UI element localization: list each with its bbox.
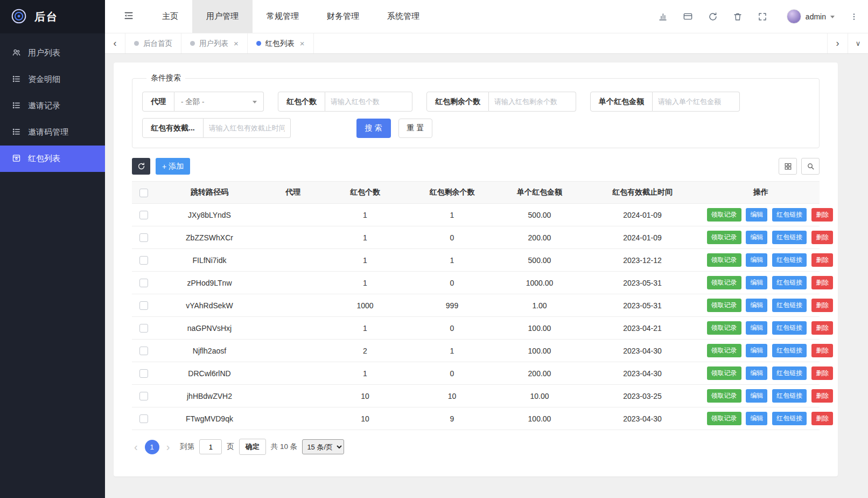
row-checkbox[interactable] bbox=[139, 392, 148, 400]
agent-select[interactable]: - 全部 - bbox=[174, 92, 264, 112]
tab-red-packet-list[interactable]: 红包列表 × bbox=[248, 33, 314, 53]
nav-item-finance-management[interactable]: 财务管理 bbox=[313, 0, 373, 33]
packet-link-button[interactable]: 红包链接 bbox=[772, 208, 807, 222]
delete-button[interactable]: 删除 bbox=[811, 412, 833, 425]
delete-button[interactable]: 删除 bbox=[811, 366, 833, 380]
row-checkbox[interactable] bbox=[139, 233, 148, 242]
packet-deadline-input[interactable] bbox=[204, 118, 291, 138]
goto-page-input[interactable] bbox=[199, 439, 222, 454]
nav-item-general-management[interactable]: 常规管理 bbox=[253, 0, 313, 33]
tabs-scroll-right-button[interactable]: › bbox=[827, 33, 848, 53]
delete-button[interactable]: 删除 bbox=[811, 344, 833, 357]
claim-records-button[interactable]: 领取记录 bbox=[707, 321, 741, 335]
refresh-icon[interactable] bbox=[708, 12, 718, 22]
tab-close-icon[interactable]: × bbox=[234, 39, 239, 48]
chart-icon[interactable] bbox=[658, 12, 668, 22]
tab-user-list[interactable]: 用户列表 × bbox=[181, 33, 248, 53]
header-deadline: 红包有效截止时间 bbox=[583, 182, 702, 204]
trash-icon[interactable] bbox=[733, 12, 743, 22]
row-checkbox[interactable] bbox=[139, 256, 148, 265]
goto-confirm-button[interactable]: 确定 bbox=[239, 439, 266, 455]
claim-records-button[interactable]: 领取记录 bbox=[707, 253, 741, 267]
delete-button[interactable]: 删除 bbox=[811, 321, 833, 335]
tabs-menu-button[interactable]: ∨ bbox=[848, 33, 868, 53]
sidebar-item-user-list[interactable]: 用户列表 bbox=[0, 40, 105, 66]
add-button[interactable]: + 添加 bbox=[156, 158, 190, 175]
claim-records-button[interactable]: 领取记录 bbox=[707, 344, 741, 357]
nav-item-system-management[interactable]: 系统管理 bbox=[373, 0, 433, 33]
claim-records-button[interactable]: 领取记录 bbox=[707, 231, 741, 244]
row-checkbox[interactable] bbox=[139, 347, 148, 355]
total-count-label: 共 10 条 bbox=[271, 442, 298, 452]
per-page-select[interactable]: 15 条/页 bbox=[302, 439, 344, 454]
delete-button[interactable]: 删除 bbox=[811, 389, 833, 403]
packet-link-button[interactable]: 红包链接 bbox=[772, 299, 807, 312]
row-checkbox[interactable] bbox=[139, 414, 148, 423]
row-checkbox[interactable] bbox=[139, 279, 148, 287]
delete-button[interactable]: 删除 bbox=[811, 253, 833, 267]
delete-button[interactable]: 删除 bbox=[811, 276, 833, 289]
packet-link-button[interactable]: 红包链接 bbox=[772, 253, 807, 267]
claim-records-button[interactable]: 领取记录 bbox=[707, 299, 741, 312]
fullscreen-icon[interactable] bbox=[758, 12, 767, 22]
more-vertical-icon[interactable] bbox=[850, 12, 858, 21]
delete-button[interactable]: 删除 bbox=[811, 231, 833, 244]
reset-button[interactable]: 重 置 bbox=[398, 119, 433, 138]
sidebar-item-invite-codes[interactable]: 邀请码管理 bbox=[0, 119, 105, 146]
nav-item-user-management[interactable]: 用户管理 bbox=[192, 0, 253, 33]
tab-dashboard[interactable]: 后台首页 bbox=[125, 33, 181, 53]
logo-area[interactable]: 后台 bbox=[0, 0, 105, 33]
packet-link-button[interactable]: 红包链接 bbox=[772, 344, 807, 357]
packet-link-button[interactable]: 红包链接 bbox=[772, 231, 807, 244]
claim-records-button[interactable]: 领取记录 bbox=[707, 412, 741, 425]
cell-remaining: 9 bbox=[408, 407, 496, 430]
edit-button[interactable]: 编辑 bbox=[746, 366, 767, 380]
delete-button[interactable]: 删除 bbox=[811, 299, 833, 312]
sidebar-item-fund-details[interactable]: 资金明细 bbox=[0, 66, 105, 93]
packet-amount-input[interactable] bbox=[653, 92, 740, 112]
tab-dot bbox=[256, 41, 261, 46]
sidebar-toggle-button[interactable] bbox=[105, 0, 148, 33]
select-all-checkbox[interactable] bbox=[139, 189, 148, 197]
row-checkbox[interactable] bbox=[139, 301, 148, 310]
claim-records-button[interactable]: 领取记录 bbox=[707, 366, 741, 380]
packet-count-input[interactable] bbox=[325, 92, 412, 112]
search-button[interactable]: 搜 索 bbox=[356, 119, 391, 138]
row-checkbox[interactable] bbox=[139, 369, 148, 378]
delete-button[interactable]: 删除 bbox=[811, 208, 833, 222]
nav-item-home[interactable]: 主页 bbox=[148, 0, 192, 33]
claim-records-button[interactable]: 领取记录 bbox=[707, 389, 741, 403]
columns-toggle-button[interactable] bbox=[779, 158, 797, 175]
table-search-toggle-button[interactable] bbox=[801, 158, 820, 175]
edit-button[interactable]: 编辑 bbox=[746, 276, 767, 289]
claim-records-button[interactable]: 领取记录 bbox=[707, 208, 741, 222]
edit-button[interactable]: 编辑 bbox=[746, 389, 767, 403]
packet-link-button[interactable]: 红包链接 bbox=[772, 412, 807, 425]
packet-link-button[interactable]: 红包链接 bbox=[772, 321, 807, 335]
next-page-button[interactable]: › bbox=[164, 441, 172, 452]
packet-remaining-input[interactable] bbox=[489, 92, 576, 112]
edit-button[interactable]: 编辑 bbox=[746, 412, 767, 425]
user-menu[interactable]: admin bbox=[787, 9, 835, 24]
packet-link-button[interactable]: 红包链接 bbox=[772, 389, 807, 403]
sidebar-item-invite-records[interactable]: 邀请记录 bbox=[0, 93, 105, 119]
edit-button[interactable]: 编辑 bbox=[746, 344, 767, 357]
edit-button[interactable]: 编辑 bbox=[746, 231, 767, 244]
edit-button[interactable]: 编辑 bbox=[746, 208, 767, 222]
cell-code: zPHod9LTnw bbox=[156, 272, 263, 294]
packet-link-button[interactable]: 红包链接 bbox=[772, 276, 807, 289]
edit-button[interactable]: 编辑 bbox=[746, 321, 767, 335]
packet-link-button[interactable]: 红包链接 bbox=[772, 366, 807, 380]
row-checkbox[interactable] bbox=[139, 324, 148, 333]
page-1-button[interactable]: 1 bbox=[145, 440, 159, 454]
row-checkbox[interactable] bbox=[139, 211, 148, 219]
tabs-scroll-left-button[interactable]: ‹ bbox=[105, 33, 125, 53]
refresh-table-button[interactable] bbox=[132, 158, 150, 175]
claim-records-button[interactable]: 领取记录 bbox=[707, 276, 741, 289]
card-icon[interactable] bbox=[683, 11, 693, 22]
sidebar-item-red-packet-list[interactable]: 红包列表 bbox=[0, 146, 105, 172]
edit-button[interactable]: 编辑 bbox=[746, 253, 767, 267]
tab-close-icon[interactable]: × bbox=[300, 39, 305, 48]
prev-page-button[interactable]: ‹ bbox=[132, 441, 140, 452]
edit-button[interactable]: 编辑 bbox=[746, 299, 767, 312]
